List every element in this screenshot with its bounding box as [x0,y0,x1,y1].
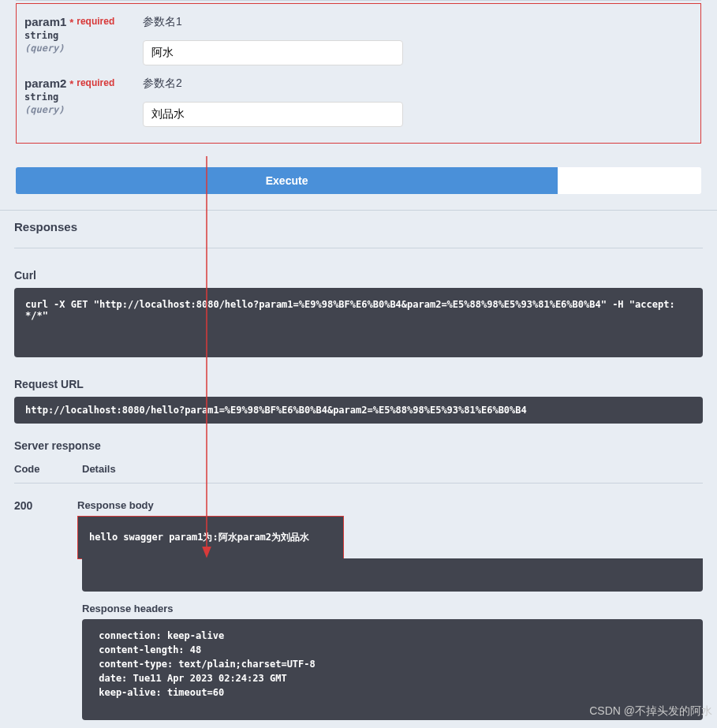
details-column-header: Details [82,463,703,475]
required-label: required [77,77,114,88]
required-label: required [77,16,114,27]
response-columns-header: Code Details [14,463,703,483]
parameters-container: param1 * required string (query) 参数名1 pa… [16,3,701,144]
parameter-meta: param2 * required string (query) [24,77,143,127]
response-body-block: hello swagger param1为:阿水param2为刘品水 [78,517,343,558]
param-name: param2 [24,77,66,90]
request-url-label: Request URL [14,378,703,390]
response-body-label: Response body [77,499,703,511]
param2-input[interactable] [143,102,403,127]
response-headers-label: Response headers [82,603,703,614]
required-star: * [69,17,73,28]
param-in: (query) [24,104,143,115]
request-url-block: http://localhost:8080/hello?param1=%E9%9… [14,397,703,424]
param1-input[interactable] [143,40,403,65]
response-body-highlight: hello swagger param1为:阿水param2为刘品水 [77,516,344,559]
param-in: (query) [24,43,143,54]
param-description: 参数名1 [143,15,693,29]
swagger-panel: param1 * required string (query) 参数名1 pa… [0,0,717,720]
param-name: param1 [24,15,66,28]
curl-command-block: curl -X GET "http://localhost:8080/hello… [14,288,703,357]
execute-row: Execute [16,167,701,194]
watermark: CSDN @不掉头发的阿水 [589,704,712,719]
clear-button[interactable] [558,167,701,194]
server-response-label: Server response [14,439,703,452]
code-column-header: Code [14,463,82,475]
response-body-tail [82,558,703,592]
parameter-body: 参数名2 [143,77,693,127]
param-type: string [24,91,143,103]
param-type: string [24,30,143,41]
parameter-row-param1: param1 * required string (query) 参数名1 [24,4,693,65]
response-details: Response body hello swagger param1为:阿水pa… [82,499,703,720]
response-code: 200 [14,499,82,720]
parameter-body: 参数名1 [143,15,693,65]
execute-button[interactable]: Execute [16,167,558,194]
responses-content: Curl curl -X GET "http://localhost:8080/… [0,269,717,720]
required-star: * [69,78,73,90]
parameter-meta: param1 * required string (query) [24,15,143,65]
responses-header-section: Responses [0,210,717,248]
curl-label: Curl [14,269,703,282]
param-description: 参数名2 [143,77,693,91]
divider [16,0,701,1]
response-row: 200 Response body hello swagger param1为:… [14,499,703,720]
parameter-row-param2: param2 * required string (query) 参数名2 [24,65,693,127]
responses-title: Responses [14,220,703,233]
